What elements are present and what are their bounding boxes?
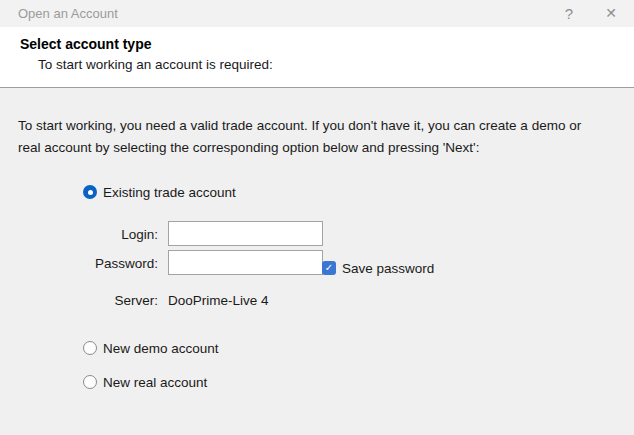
window-title: Open an Account: [18, 6, 118, 21]
login-label: Login:: [60, 227, 158, 242]
new-real-account-label: New real account: [103, 375, 207, 390]
server-value: DooPrime-Live 4: [168, 293, 269, 308]
checkbox-checked-icon[interactable]: ✓: [322, 261, 336, 275]
login-input[interactable]: [168, 221, 323, 246]
close-button[interactable]: ✕: [596, 0, 626, 27]
open-account-dialog: Open an Account ? ✕ Select account type …: [0, 0, 634, 435]
password-input[interactable]: [168, 250, 323, 275]
save-password-checkbox-row[interactable]: ✓ Save password: [322, 260, 434, 276]
page-title: Select account type: [20, 36, 152, 52]
radio-unchecked-icon[interactable]: [83, 375, 97, 389]
wizard-header: Select account type To start working an …: [0, 27, 634, 88]
radio-unchecked-icon[interactable]: [83, 341, 97, 355]
save-password-label: Save password: [342, 261, 434, 276]
instruction-text: To start working, you need a valid trade…: [18, 115, 624, 159]
radio-checked-icon[interactable]: [83, 185, 97, 199]
instruction-line-1: To start working, you need a valid trade…: [18, 115, 624, 137]
new-demo-account-label: New demo account: [103, 341, 219, 356]
titlebar: Open an Account ? ✕: [0, 0, 634, 27]
password-label: Password:: [60, 256, 158, 271]
radio-existing-account-label: Existing trade account: [103, 185, 236, 200]
page-subtitle: To start working an account is required:: [38, 57, 273, 72]
instruction-line-2: real account by selecting the correspond…: [18, 137, 624, 159]
server-label: Server:: [60, 293, 158, 308]
radio-row-existing-account[interactable]: Existing trade account: [83, 184, 236, 200]
radio-row-new-real-account[interactable]: New real account: [83, 374, 207, 390]
radio-row-new-demo-account[interactable]: New demo account: [83, 340, 219, 356]
help-button[interactable]: ?: [554, 0, 584, 27]
